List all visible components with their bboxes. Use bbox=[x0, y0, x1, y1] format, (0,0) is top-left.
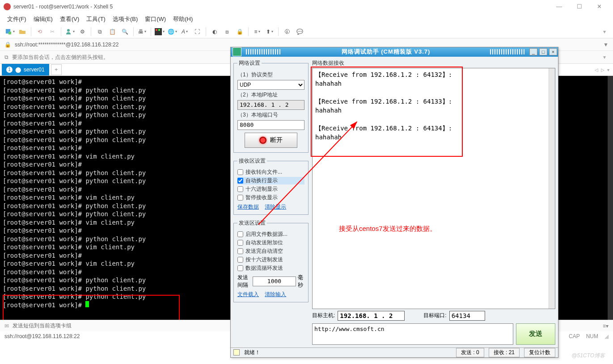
local-ip-input[interactable] bbox=[237, 100, 304, 110]
nettool-minimize-button[interactable]: _ bbox=[529, 48, 537, 55]
menu-window[interactable]: 窗口(W) bbox=[145, 15, 166, 23]
proto-label: （1）协议类型 bbox=[237, 71, 304, 79]
auto-append-checkbox[interactable] bbox=[237, 240, 243, 246]
recv-settings-legend: 接收区设置 bbox=[237, 157, 267, 165]
ready-icon bbox=[233, 349, 240, 356]
svg-rect-5 bbox=[158, 29, 160, 31]
tab-prev-icon[interactable]: ◁ bbox=[595, 67, 598, 72]
local-port-input[interactable] bbox=[237, 120, 304, 130]
local-ip-label: （2）本地IP地址 bbox=[237, 91, 304, 99]
tab-server01[interactable]: 1 ⬤ server01 bbox=[2, 64, 49, 75]
status-ready: 就绪！ bbox=[244, 349, 260, 356]
bookmark-icon[interactable]: ⧉ bbox=[4, 54, 8, 60]
recv-scrollbar[interactable] bbox=[549, 68, 555, 309]
transparent-button[interactable]: ◐ bbox=[209, 26, 220, 37]
nettool-statusbar: 就绪！ 发送 : 0 接收 : 21 复位计数 bbox=[231, 347, 558, 357]
menu-edit[interactable]: 编辑(E) bbox=[34, 15, 53, 23]
color-button[interactable] bbox=[154, 26, 165, 37]
help-button[interactable]: 🛈 bbox=[282, 26, 292, 37]
tab-menu-icon[interactable]: ▾ bbox=[607, 67, 609, 72]
interval-label: 发送间隔 bbox=[237, 274, 251, 289]
profile-button[interactable] bbox=[64, 26, 75, 37]
proto-select[interactable]: UDP bbox=[237, 80, 304, 90]
new-tab-button[interactable]: + bbox=[51, 64, 62, 75]
menu-file[interactable]: 文件(F) bbox=[7, 15, 26, 23]
new-session-button[interactable] bbox=[4, 26, 15, 37]
toolbar: ⟲ ✂ ⚙ ⧉ 📋 🔍 🖶 🌐 A ⛶ ◐ ⧈ 🔒 ≡ ⬆ 🛈 💬 ▾ bbox=[0, 25, 613, 38]
menu-view[interactable]: 查看(V) bbox=[60, 15, 79, 23]
reset-count-button[interactable]: 复位计数 bbox=[524, 348, 555, 357]
address-dropdown-icon[interactable]: ▼ bbox=[603, 42, 609, 48]
minimize-button[interactable]: — bbox=[549, 0, 569, 13]
hint-text: 要添加当前会话，点击左侧的箭头按钮。 bbox=[12, 54, 109, 61]
dest-host-input[interactable] bbox=[338, 311, 405, 321]
send-button[interactable]: 发送 bbox=[516, 323, 555, 345]
network-settings-group: 网络设置 （1）协议类型 UDP （2）本地IP地址 （3）本地端口号 断开 bbox=[233, 59, 309, 153]
file-source-checkbox[interactable] bbox=[237, 231, 243, 237]
find-button[interactable]: 🔍 bbox=[119, 26, 130, 37]
menu-help[interactable]: 帮助(H) bbox=[173, 15, 193, 23]
nettool-left-panel: 网络设置 （1）协议类型 UDP （2）本地IP地址 （3）本地端口号 断开 接… bbox=[231, 57, 311, 347]
send-textarea[interactable] bbox=[312, 323, 513, 345]
save-data-link[interactable]: 保存数据 bbox=[237, 204, 259, 210]
window-title: server01 - root@server01:/work - Xshell … bbox=[13, 4, 113, 10]
resize-grip-icon[interactable]: ◢ bbox=[605, 333, 609, 339]
clear-input-link[interactable]: 清除输入 bbox=[265, 291, 286, 297]
nettool-title: 网络调试助手 (CM精装版 V3.7) bbox=[282, 48, 490, 56]
clear-display-link[interactable]: 清除显示 bbox=[265, 204, 286, 210]
svg-point-2 bbox=[67, 29, 70, 32]
menu-tabs[interactable]: 选项卡(B) bbox=[113, 15, 138, 23]
menu-tools[interactable]: 工具(T) bbox=[86, 15, 106, 23]
auto-wrap-checkbox[interactable] bbox=[237, 178, 243, 184]
script-button[interactable]: ≡ bbox=[252, 26, 262, 37]
tab-label: server01 bbox=[24, 67, 45, 73]
reconnect-button[interactable]: ⟲ bbox=[34, 26, 45, 37]
nettool-close-button[interactable]: × bbox=[549, 48, 557, 55]
open-button[interactable] bbox=[17, 26, 28, 37]
lock-button[interactable]: 🔒 bbox=[234, 26, 245, 37]
disconnect-button[interactable]: ✂ bbox=[47, 26, 58, 37]
compose-menu-icon[interactable]: ≡▾ bbox=[603, 323, 609, 329]
font-button[interactable]: A bbox=[179, 26, 190, 37]
toolbar-overflow-icon[interactable]: ▾ bbox=[603, 29, 609, 35]
copy-button[interactable]: ⧉ bbox=[94, 26, 105, 37]
paste-button[interactable]: 📋 bbox=[107, 26, 118, 37]
dest-port-input[interactable] bbox=[449, 311, 485, 321]
nettool-app-icon bbox=[233, 47, 241, 56]
clear-after-send-checkbox[interactable] bbox=[237, 248, 243, 254]
fullscreen-button[interactable]: ⛶ bbox=[192, 26, 203, 37]
always-top-button[interactable]: ⧈ bbox=[222, 26, 233, 37]
tab-next-icon[interactable]: ▷ bbox=[601, 67, 605, 72]
hex-display-checkbox[interactable] bbox=[237, 186, 243, 192]
maximize-button[interactable]: ☐ bbox=[569, 0, 589, 13]
hint-overflow-icon[interactable]: ▾ bbox=[603, 54, 609, 60]
hex-send-checkbox[interactable] bbox=[237, 257, 243, 263]
disconnect-button[interactable]: 断开 bbox=[245, 133, 297, 148]
lock-icon: 🔒 bbox=[4, 42, 11, 48]
tab-badge: 1 bbox=[6, 67, 13, 73]
dest-port-label: 目标端口: bbox=[423, 312, 446, 319]
session-url[interactable]: ssh://root:*************@192.168.116.128… bbox=[15, 42, 118, 48]
terminal-scrollbar[interactable] bbox=[608, 76, 613, 320]
encoding-button[interactable]: 🌐 bbox=[167, 26, 178, 37]
xshell-titlebar: server01 - root@server01:/work - Xshell … bbox=[0, 0, 613, 13]
loop-send-checkbox[interactable] bbox=[237, 265, 243, 271]
nettool-right-panel: 网络数据接收 【Receive from 192.168.1.2 : 64132… bbox=[311, 57, 558, 347]
dest-host-label: 目标主机: bbox=[312, 312, 335, 319]
feedback-button[interactable]: 💬 bbox=[294, 26, 305, 37]
interval-input[interactable] bbox=[253, 276, 296, 286]
properties-button[interactable]: ⚙ bbox=[77, 26, 88, 37]
nettool-titlebar[interactable]: 网络调试助手 (CM精装版 V3.7) _ □ × bbox=[231, 47, 558, 57]
nettool-window[interactable]: 网络调试助手 (CM精装版 V3.7) _ □ × 网络设置 （1）协议类型 U… bbox=[230, 47, 558, 358]
close-button[interactable]: ✕ bbox=[589, 0, 609, 13]
print-button[interactable]: 🖶 bbox=[137, 26, 148, 37]
recv-header: 网络数据接收 bbox=[312, 59, 555, 67]
recv-textarea[interactable]: 【Receive from 192.168.1.2 : 64132】:hahah… bbox=[312, 68, 555, 309]
menubar: 文件(F) 编辑(E) 查看(V) 工具(T) 选项卡(B) 窗口(W) 帮助(… bbox=[0, 13, 613, 25]
recv-to-file-checkbox[interactable] bbox=[237, 169, 243, 175]
nettool-maximize-button[interactable]: □ bbox=[539, 48, 547, 55]
xftp-button[interactable]: ⬆ bbox=[264, 26, 275, 37]
watermark-text: @51CTO博客 bbox=[571, 352, 605, 360]
pause-recv-checkbox[interactable] bbox=[237, 195, 243, 201]
file-load-link[interactable]: 文件载入 bbox=[237, 291, 259, 297]
